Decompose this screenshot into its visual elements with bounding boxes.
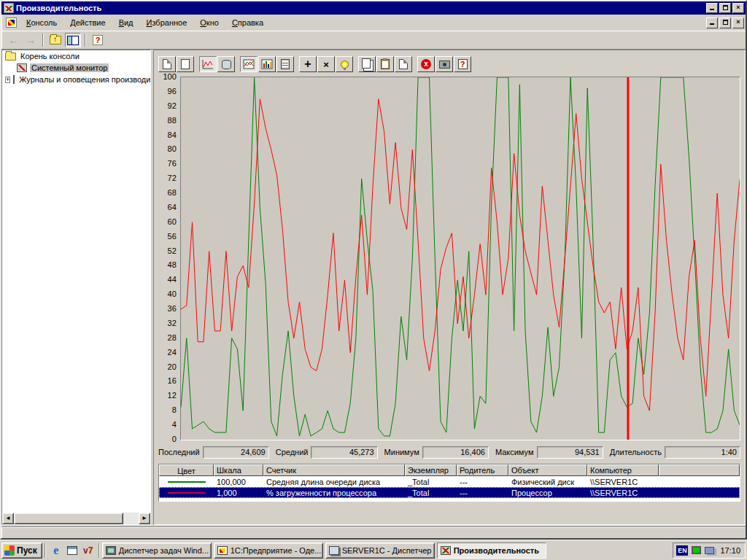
col-filler [659, 464, 740, 476]
y-tick-label: 4 [172, 420, 177, 429]
col-computer[interactable]: Компьютер [587, 464, 659, 476]
y-tick-label: 20 [168, 362, 177, 371]
menu-konsol[interactable]: Консоль [20, 16, 63, 29]
scroll-left-button[interactable]: ◄ [2, 513, 14, 524]
tree-item-console-root[interactable]: Корень консоли [2, 50, 150, 62]
col-parent[interactable]: Родитель [457, 464, 508, 476]
chart-plot-area [180, 77, 740, 440]
forward-button[interactable]: → [23, 33, 39, 47]
child-restore-button[interactable] [719, 18, 731, 28]
scrollbar-track[interactable] [123, 513, 139, 524]
system-tray: EN 17:10 [673, 542, 746, 559]
y-tick-label: 24 [168, 348, 177, 357]
child-minimize-button[interactable] [706, 18, 718, 28]
add-counter-button[interactable]: + [299, 56, 317, 72]
title-bar[interactable]: Производительность × [1, 1, 746, 15]
y-tick-label: 72 [168, 174, 177, 182]
y-tick-label: 40 [168, 289, 177, 298]
expand-plus-icon[interactable]: + [5, 77, 10, 83]
menu-okno[interactable]: Окно [193, 16, 225, 29]
paste-counter-list-button[interactable] [376, 56, 394, 72]
windows-logo-icon [4, 545, 15, 556]
remote-computer-icon [329, 546, 339, 555]
update-data-button[interactable] [436, 56, 453, 72]
view-current-activity-button[interactable] [199, 56, 217, 72]
task-server1c[interactable]: SERVER1C - Диспетчер ... [325, 542, 435, 559]
back-arrow-icon: ← [9, 35, 18, 46]
stats-bar: Последний 24,609 Средний 45,273 Минимум … [158, 443, 740, 461]
up-one-level-button[interactable] [47, 33, 63, 47]
y-tick-label: 88 [168, 116, 177, 125]
quick-launch-ie[interactable]: e [49, 543, 63, 558]
task-performance[interactable]: Производительность [437, 542, 546, 559]
taskbar: Пуск e v7 Диспетчер задач Wind... 1С:Пре… [0, 540, 747, 560]
counter-row-cpu-load[interactable]: 1,000 % загруженности процессора _Total … [159, 487, 740, 498]
col-scale[interactable]: Шкала [214, 464, 263, 476]
stat-maximum-label: Максимум [495, 448, 534, 456]
y-tick-label: 76 [168, 159, 177, 168]
y-tick-label: 68 [168, 188, 177, 197]
quick-launch-1c[interactable]: v7 [81, 543, 96, 558]
quick-launch-desktop[interactable] [65, 543, 80, 558]
histogram-icon [261, 59, 273, 69]
tree-horizontal-scrollbar[interactable]: ◄ ► [2, 513, 150, 524]
properties-button[interactable] [395, 56, 412, 72]
col-counter[interactable]: Счетчик [263, 464, 405, 476]
network-tray-icon[interactable] [705, 547, 714, 554]
histogram-view-button[interactable] [258, 56, 276, 72]
scroll-right-button[interactable]: ► [139, 513, 150, 524]
highlight-button[interactable] [336, 56, 353, 72]
start-button[interactable]: Пуск [1, 542, 42, 559]
show-console-tree-button[interactable] [65, 33, 81, 47]
stat-last-label: Последний [158, 448, 200, 456]
console-help-button[interactable]: ? [90, 33, 106, 47]
report-icon [281, 59, 290, 69]
taskbar-separator [44, 543, 46, 558]
chart-block: 1009692888480767268646056524844403632282… [157, 77, 740, 440]
new-counter-set-button[interactable] [158, 56, 176, 72]
tree-item-logs-alerts[interactable]: + Журналы и оповещения производительност… [2, 74, 150, 85]
report-view-button[interactable] [276, 56, 294, 72]
col-instance[interactable]: Экземпляр [405, 464, 457, 476]
menu-dejstvie[interactable]: Действие [63, 16, 112, 29]
child-close-button[interactable]: × [732, 18, 744, 28]
chart-view-button[interactable] [240, 56, 258, 72]
delete-counter-button[interactable]: × [317, 56, 335, 72]
task-task-manager[interactable]: Диспетчер задач Wind... [102, 542, 212, 559]
perfmon-app-icon [4, 3, 14, 13]
toolbar-separator [85, 34, 86, 47]
minimize-button[interactable] [706, 3, 718, 13]
stat-duration-label: Длительность [610, 448, 662, 456]
clear-display-button[interactable] [177, 56, 194, 72]
menu-spravka[interactable]: Справка [225, 16, 270, 29]
red-line-swatch [168, 492, 206, 494]
col-color[interactable]: Цвет [159, 464, 214, 476]
scrollbar-thumb[interactable] [14, 513, 123, 524]
display-tray-icon[interactable] [692, 546, 701, 554]
restore-button[interactable] [719, 3, 731, 13]
col-object[interactable]: Объект [508, 464, 587, 476]
task-1c-enterprise[interactable]: 1С:Предприятие - Оде... [214, 542, 323, 559]
console-window-icon[interactable] [6, 18, 17, 28]
internet-explorer-icon: e [53, 544, 58, 557]
perfmon-help-button[interactable]: ? [454, 56, 471, 72]
counter-row-disk-queue[interactable]: 100,000 Средняя длина очереди диска _Tot… [159, 476, 740, 487]
view-log-data-button[interactable] [217, 56, 235, 72]
chart-svg [181, 77, 740, 440]
menu-izbrannoe[interactable]: Избранное [140, 16, 194, 29]
performance-window: Производительность × Консоль Действие Ви… [0, 0, 747, 540]
y-tick-label: 92 [168, 101, 177, 110]
y-tick-label: 0 [172, 435, 177, 443]
freeze-icon: x [421, 59, 431, 69]
tree-item-system-monitor[interactable]: Системный монитор [2, 62, 150, 74]
close-button[interactable]: × [732, 3, 744, 13]
language-indicator[interactable]: EN [676, 545, 688, 556]
freeze-display-button[interactable]: x [417, 56, 435, 72]
copy-properties-button[interactable] [358, 56, 376, 72]
stat-last-value: 24,609 [203, 446, 269, 459]
stat-average-label: Средний [276, 448, 309, 456]
back-button[interactable]: ← [5, 33, 21, 47]
menu-vid[interactable]: Вид [112, 16, 140, 29]
y-tick-label: 12 [168, 391, 177, 400]
console-tree-pane: Корень консоли Системный монитор + Журна… [1, 50, 151, 525]
